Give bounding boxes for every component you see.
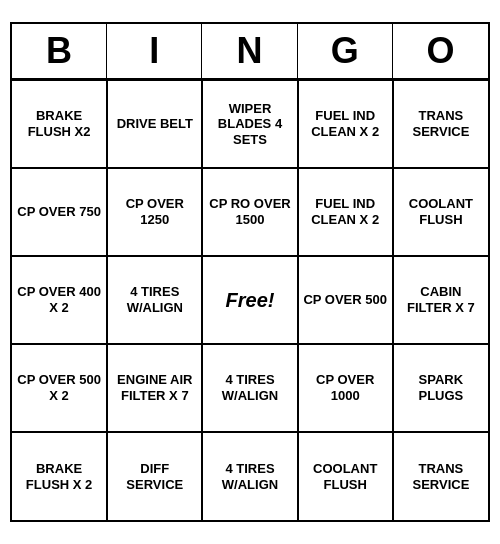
header-o: O bbox=[393, 24, 488, 78]
bingo-cell-17: 4 TIRES W/ALIGN bbox=[202, 344, 297, 432]
bingo-cell-23: COOLANT FLUSH bbox=[298, 432, 393, 520]
bingo-cell-19: SPARK PLUGS bbox=[393, 344, 488, 432]
bingo-cell-3: FUEL IND CLEAN X 2 bbox=[298, 80, 393, 168]
bingo-cell-24: TRANS SERVICE bbox=[393, 432, 488, 520]
bingo-cell-15: CP OVER 500 X 2 bbox=[12, 344, 107, 432]
bingo-cell-13: CP OVER 500 bbox=[298, 256, 393, 344]
bingo-cell-10: CP OVER 400 X 2 bbox=[12, 256, 107, 344]
bingo-header: B I N G O bbox=[12, 24, 488, 80]
bingo-card: B I N G O BRAKE FLUSH X2DRIVE BELTWIPER … bbox=[10, 22, 490, 522]
bingo-cell-16: ENGINE AIR FILTER X 7 bbox=[107, 344, 202, 432]
bingo-cell-2: WIPER BLADES 4 SETS bbox=[202, 80, 297, 168]
header-b: B bbox=[12, 24, 107, 78]
bingo-cell-0: BRAKE FLUSH X2 bbox=[12, 80, 107, 168]
bingo-cell-14: CABIN FILTER X 7 bbox=[393, 256, 488, 344]
header-g: G bbox=[298, 24, 393, 78]
bingo-cell-11: 4 TIRES W/ALIGN bbox=[107, 256, 202, 344]
bingo-cell-22: 4 TIRES W/ALIGN bbox=[202, 432, 297, 520]
bingo-cell-12: Free! bbox=[202, 256, 297, 344]
header-i: I bbox=[107, 24, 202, 78]
bingo-cell-8: FUEL IND CLEAN X 2 bbox=[298, 168, 393, 256]
bingo-cell-7: CP RO OVER 1500 bbox=[202, 168, 297, 256]
bingo-cell-6: CP OVER 1250 bbox=[107, 168, 202, 256]
bingo-cell-5: CP OVER 750 bbox=[12, 168, 107, 256]
bingo-cell-4: TRANS SERVICE bbox=[393, 80, 488, 168]
bingo-cell-1: DRIVE BELT bbox=[107, 80, 202, 168]
bingo-cell-9: COOLANT FLUSH bbox=[393, 168, 488, 256]
bingo-cell-21: DIFF SERVICE bbox=[107, 432, 202, 520]
header-n: N bbox=[202, 24, 297, 78]
bingo-cell-18: CP OVER 1000 bbox=[298, 344, 393, 432]
bingo-grid: BRAKE FLUSH X2DRIVE BELTWIPER BLADES 4 S… bbox=[12, 80, 488, 520]
bingo-cell-20: BRAKE FLUSH X 2 bbox=[12, 432, 107, 520]
